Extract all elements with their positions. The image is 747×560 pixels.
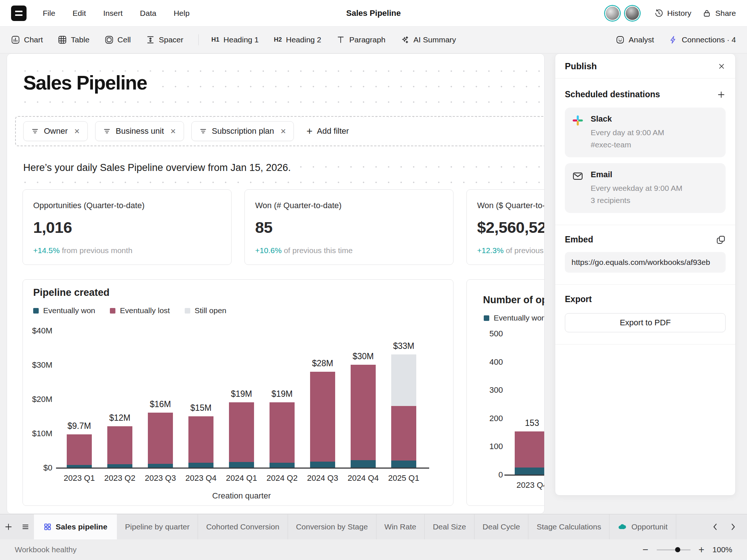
equals-logo-icon[interactable] <box>11 6 27 21</box>
destination-name: Email <box>591 170 682 179</box>
toolbar-button-connections-4[interactable]: Connections · 4 <box>669 35 736 44</box>
sparkles-icon <box>400 35 409 44</box>
cell-icon <box>105 35 114 44</box>
zoom-in-button[interactable]: + <box>699 545 705 555</box>
insert-toolbar: ChartTableCellSpacer H1Heading 1H2Headin… <box>0 27 747 53</box>
menu-edit[interactable]: Edit <box>73 9 86 18</box>
bar-segment-eventually-lost[interactable] <box>270 402 295 463</box>
tab-label: Conversion by Stage <box>296 522 368 531</box>
bar-value-label: $19M <box>256 389 308 399</box>
sheet-list-button[interactable] <box>17 514 34 539</box>
share-button[interactable]: Share <box>702 9 736 18</box>
bar-segment-eventually-won[interactable] <box>391 461 416 468</box>
grid-icon <box>44 523 52 531</box>
menu-file[interactable]: File <box>43 9 55 18</box>
title-block[interactable]: Sales Pipeline <box>14 58 544 117</box>
add-filter-button[interactable]: +Add filter <box>306 126 349 136</box>
bar-segment-eventually-lost[interactable] <box>107 426 132 464</box>
toolbar-button-ai-summary[interactable]: AI Summary <box>400 35 456 44</box>
remove-filter-icon[interactable]: ✕ <box>170 127 176 136</box>
tab-conversion-by-stage[interactable]: Conversion by Stage <box>288 514 376 539</box>
bar-segment-eventually-won[interactable] <box>107 464 132 468</box>
publish-panel: Publish Scheduled destinations SlackEver… <box>555 53 736 496</box>
toolbar-button-table[interactable]: Table <box>58 35 89 44</box>
kpi-value: 1,016 <box>33 218 221 237</box>
menu-data[interactable]: Data <box>140 9 156 18</box>
bar-segment-eventually-lost[interactable] <box>188 416 213 463</box>
bar-segment-eventually-won[interactable] <box>67 465 92 468</box>
history-button[interactable]: History <box>654 9 691 18</box>
bar-segment-eventually-lost[interactable] <box>391 406 416 461</box>
tab-label: Sales pipeline <box>56 522 107 531</box>
filter-chip-owner[interactable]: Owner✕ <box>23 121 88 141</box>
tab-opportunit[interactable]: Opportunit <box>609 514 676 539</box>
add-sheet-button[interactable] <box>0 514 17 539</box>
toolbar-button-heading-2[interactable]: H2Heading 2 <box>274 35 321 44</box>
tab-deal-cycle[interactable]: Deal Cycle <box>474 514 528 539</box>
destination-card-email[interactable]: EmailEvery weekday at 9:00 AM3 recipient… <box>565 163 726 213</box>
toolbar-button-heading-1[interactable]: H1Heading 1 <box>211 35 258 44</box>
legend-label: Eventually won <box>43 306 95 315</box>
legend-item: Still open <box>185 306 226 315</box>
zoom-out-button[interactable]: − <box>643 545 649 555</box>
bar-segment-eventually-lost[interactable] <box>148 413 173 464</box>
tab-cohorted-conversion[interactable]: Cohorted Conversion <box>198 514 287 539</box>
legend-item: Eventually lost <box>110 306 170 315</box>
tabs-scroll-right-icon[interactable] <box>726 519 740 534</box>
x-tick-label: 2023 Q4 <box>506 480 545 490</box>
toolbar-button-chart[interactable]: Chart <box>11 35 43 44</box>
bar-segment-eventually-won[interactable] <box>148 464 173 468</box>
avatar[interactable] <box>605 6 620 21</box>
tab-pipeline-by-quarter[interactable]: Pipeline by quarter <box>117 514 198 539</box>
bar-segment-eventually-lost[interactable] <box>67 434 92 465</box>
menu-help[interactable]: Help <box>174 9 190 18</box>
kpi-label: Won (# Quarter-to-date) <box>255 201 443 210</box>
avatar[interactable] <box>625 6 640 21</box>
paragraph-block[interactable]: Here’s your daily Sales Pipeline overvie… <box>14 154 544 184</box>
remove-filter-icon[interactable]: ✕ <box>74 127 80 136</box>
x-axis-line <box>56 468 429 469</box>
toolbar-button-paragraph[interactable]: Paragraph <box>336 35 385 44</box>
tab-win-rate[interactable]: Win Rate <box>376 514 424 539</box>
sheet-tab-bar: Sales pipelinePipeline by quarterCohorte… <box>0 514 747 539</box>
toolbar-button-cell[interactable]: Cell <box>105 35 131 44</box>
legend-swatch <box>110 308 115 314</box>
zoom-slider[interactable] <box>657 549 691 550</box>
bar-segment-eventually-lost[interactable] <box>310 372 335 462</box>
close-icon[interactable] <box>718 62 726 70</box>
bar-segment-eventually-won[interactable] <box>351 460 376 468</box>
toolbar-text-group: H1Heading 1H2Heading 2ParagraphAI Summar… <box>211 35 471 44</box>
remove-filter-icon[interactable]: ✕ <box>280 127 286 136</box>
tab-sales-pipeline[interactable]: Sales pipeline <box>34 514 117 539</box>
filter-chip-business-unit[interactable]: Business unit✕ <box>95 121 184 141</box>
email-icon <box>572 170 585 206</box>
kpi-value: 85 <box>255 218 443 237</box>
bar-segment-eventually-lost[interactable] <box>515 431 545 468</box>
embed-url-field[interactable]: https://go.equals.com/workbooks/af93eb <box>565 252 726 273</box>
tabs-scroll-left-icon[interactable] <box>708 519 723 534</box>
h1-badge: H1 <box>211 36 219 43</box>
tab-stage-calculations[interactable]: Stage Calculations <box>528 514 609 539</box>
bar-segment-eventually-won[interactable] <box>515 468 545 475</box>
export-pdf-button[interactable]: Export to PDF <box>565 313 726 332</box>
bar-segment-eventually-won[interactable] <box>270 463 295 468</box>
x-axis-line <box>504 475 545 476</box>
toolbar-button-spacer[interactable]: Spacer <box>146 35 184 44</box>
bar-segment-eventually-won[interactable] <box>229 462 254 468</box>
destination-card-slack[interactable]: SlackEvery day at 9:00 AM#exec-team <box>565 108 726 157</box>
bar-segment-eventually-lost[interactable] <box>229 402 254 462</box>
copy-icon[interactable] <box>716 235 726 245</box>
bar-value-label: $33M <box>378 341 430 351</box>
add-destination-icon[interactable] <box>717 90 726 99</box>
bar-segment-eventually-lost[interactable] <box>351 365 376 460</box>
bar-segment-eventually-won[interactable] <box>310 462 335 468</box>
zoom-slider-knob[interactable] <box>675 547 680 552</box>
filter-chip-subscription-plan[interactable]: Subscription plan✕ <box>191 121 294 141</box>
bar-segment-eventually-won[interactable] <box>188 463 213 468</box>
tab-deal-size[interactable]: Deal Size <box>424 514 474 539</box>
legend-label: Still open <box>195 306 226 315</box>
bar-segment-still-open[interactable] <box>391 354 416 406</box>
toolbar-button-analyst[interactable]: Analyst <box>616 35 654 44</box>
menu-insert[interactable]: Insert <box>103 9 123 18</box>
kpi-delta-percent: +14.5% <box>33 246 60 255</box>
